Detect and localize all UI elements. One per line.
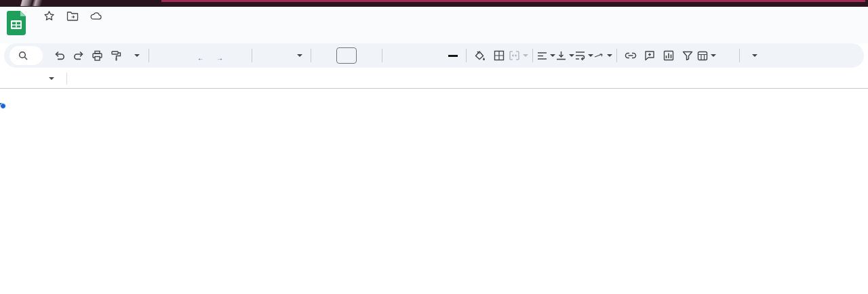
name-box[interactable] xyxy=(9,77,54,80)
cloud-saved-icon[interactable] xyxy=(90,9,102,22)
toolbar-divider xyxy=(739,49,740,62)
zoom-control[interactable] xyxy=(126,47,144,64)
paint-format-button[interactable] xyxy=(107,47,125,64)
decrease-decimals-button[interactable]: ← xyxy=(191,47,210,64)
fill-handle[interactable] xyxy=(0,103,6,109)
chevron-down-icon xyxy=(569,54,574,57)
toolbar-divider xyxy=(382,49,382,62)
insert-chart-button[interactable] xyxy=(659,47,677,64)
text-rotation-button[interactable] xyxy=(594,47,612,64)
toolbar-menu-search[interactable] xyxy=(9,46,43,65)
fill-color-icon xyxy=(474,50,486,62)
toolbar-divider xyxy=(466,49,467,62)
undo-button[interactable] xyxy=(50,47,68,64)
insert-link-button[interactable] xyxy=(621,47,639,64)
text-color-icon xyxy=(448,54,458,57)
merge-cells-button[interactable] xyxy=(509,47,528,64)
merge-cells-icon xyxy=(509,50,520,61)
chevron-down-icon xyxy=(607,54,612,57)
functions-button[interactable] xyxy=(717,47,735,64)
fill-color-button[interactable] xyxy=(471,47,489,64)
background-window-accent-line xyxy=(161,0,865,2)
app-header xyxy=(0,7,868,43)
redo-icon xyxy=(73,50,85,61)
chevron-down-icon xyxy=(588,54,593,57)
formula-bar xyxy=(0,68,868,89)
text-wrap-button[interactable] xyxy=(575,47,593,64)
formula-input[interactable] xyxy=(77,68,868,88)
font-size-input[interactable] xyxy=(336,47,357,64)
toolbar-divider xyxy=(616,49,617,62)
italic-button[interactable] xyxy=(406,47,424,64)
sheets-logo-icon[interactable] xyxy=(7,11,26,35)
number-format-button[interactable] xyxy=(229,47,248,64)
format-percent-button[interactable] xyxy=(172,47,191,64)
table-views-button[interactable] xyxy=(697,47,716,64)
vertical-align-icon xyxy=(556,51,566,60)
bold-button[interactable] xyxy=(387,47,405,64)
background-window-artifact xyxy=(19,0,49,6)
paint-format-icon xyxy=(111,50,122,62)
formula-bar-divider xyxy=(66,72,67,85)
column-headers xyxy=(0,89,868,103)
vertical-align-button[interactable] xyxy=(556,47,574,64)
move-folder-icon[interactable] xyxy=(66,9,79,22)
toolbar-divider xyxy=(532,49,533,62)
spreadsheet-grid xyxy=(0,89,868,294)
chevron-down-icon xyxy=(49,77,54,80)
create-filter-button[interactable] xyxy=(678,47,696,64)
chevron-down-icon xyxy=(752,54,757,57)
insert-comment-button[interactable] xyxy=(640,47,658,64)
print-button[interactable] xyxy=(88,47,106,64)
decrease-font-size-button[interactable] xyxy=(315,47,334,64)
format-currency-button[interactable] xyxy=(153,47,172,64)
chevron-down-icon xyxy=(134,54,140,57)
insert-comment-icon xyxy=(644,50,655,61)
chevron-down-icon xyxy=(711,54,716,57)
table-views-icon xyxy=(697,51,708,61)
chevron-down-icon xyxy=(297,54,302,57)
insert-link-icon xyxy=(625,52,637,59)
align-left-icon xyxy=(537,51,547,60)
increase-font-size-button[interactable] xyxy=(359,47,378,64)
print-icon xyxy=(92,50,103,62)
search-icon xyxy=(18,51,28,60)
strikethrough-button[interactable] xyxy=(425,47,443,64)
chevron-down-icon xyxy=(550,54,555,57)
font-selector[interactable] xyxy=(256,47,307,64)
toolbar-divider xyxy=(311,49,311,62)
background-window-strip xyxy=(0,0,868,7)
redo-button[interactable] xyxy=(69,47,87,64)
text-color-button[interactable] xyxy=(443,47,462,64)
horizontal-align-button[interactable] xyxy=(537,47,555,64)
increase-decimals-button[interactable]: → xyxy=(210,47,229,64)
toolbar: ← → xyxy=(4,43,864,68)
chevron-down-icon xyxy=(523,54,528,57)
undo-icon xyxy=(54,50,66,61)
text-wrap-icon xyxy=(575,51,585,60)
create-filter-icon xyxy=(682,51,693,60)
input-tools-button[interactable] xyxy=(744,47,762,64)
borders-icon xyxy=(494,50,505,61)
text-rotation-icon xyxy=(594,54,604,58)
toolbar-divider xyxy=(149,49,149,62)
insert-chart-icon xyxy=(663,50,674,61)
toolbar-divider xyxy=(252,49,252,62)
star-icon[interactable] xyxy=(43,9,55,22)
borders-button[interactable] xyxy=(490,47,508,64)
